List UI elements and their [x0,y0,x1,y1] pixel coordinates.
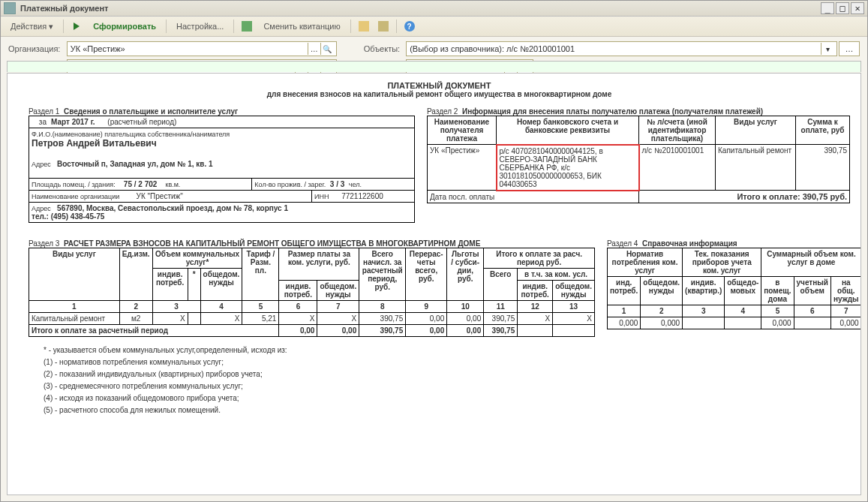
section-3: Раздел 3 РАСЧЕТ РАЗМЕРА ВЗНОСОВ НА КАПИТ… [29,235,595,337]
maximize-button[interactable]: □ [836,2,849,14]
org-input[interactable]: УК «Престиж» … 🔍 [67,41,337,56]
separator [166,20,167,33]
run-icon[interactable] [68,18,85,35]
app-window: Платежный документ _ □ ✕ Действия ▾ Сфор… [0,0,868,502]
window-title: Платежный документ [20,4,819,13]
section-2: Раздел 2 Информация для внесения платы п… [427,103,850,203]
doc-title: ПЛАТЕЖНЫЙ ДОКУМЕНТ [29,81,850,90]
settings-button[interactable]: Настройка... [171,20,229,33]
separator [350,20,351,33]
change-receipt-button[interactable]: Сменить квитанцию [258,20,345,33]
titlebar: Платежный документ _ □ ✕ [1,1,867,17]
tool-icon-1[interactable] [356,18,372,35]
objects-label: Объекты: [364,44,400,53]
bank-details-highlighted: р/с 40702810400000044125, в СЕВЕРО-ЗАПАД… [497,145,639,191]
tool-icon-2[interactable] [375,18,392,35]
org-select-button[interactable]: … [308,43,320,55]
document-area: ПЛАТЕЖНЫЙ ДОКУМЕНТ для внесения взносов … [7,73,861,495]
actions-menu[interactable]: Действия ▾ [5,20,59,34]
org-search-icon[interactable]: 🔍 [320,43,333,55]
section-1: Раздел 1 Сведения о плательщике и исполн… [29,103,415,223]
separator [63,20,64,33]
objects-more-button[interactable]: … [839,41,860,56]
ruler [7,61,861,72]
footnotes: * - указывается объем коммунальных услуг… [29,344,850,416]
help-icon[interactable]: ? [401,18,418,35]
section-4: Раздел 4 Справочная информация Норматив … [607,235,861,329]
form-button[interactable]: Сформировать [88,20,161,33]
toolbar: Действия ▾ Сформировать Настройка... Сме… [1,17,867,37]
app-icon [4,2,16,14]
separator [396,20,397,33]
objects-input[interactable]: (Выбор из справочника): л/с №2010001001 … [406,41,837,56]
org-label: Организация: [8,44,61,53]
doc-subtitle: для внесения взносов на капитальный ремо… [29,90,850,98]
minimize-button[interactable]: _ [821,2,834,14]
separator [233,20,234,33]
objects-dropdown-icon[interactable]: ▾ [821,43,833,55]
receipt-icon[interactable] [239,18,255,35]
close-button[interactable]: ✕ [851,2,864,14]
